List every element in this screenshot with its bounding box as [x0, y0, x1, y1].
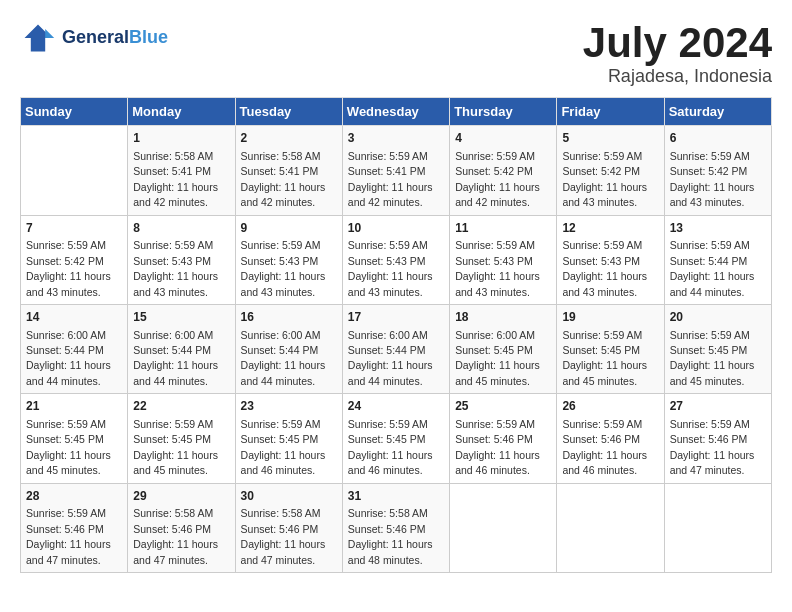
calendar-cell: 17Sunrise: 6:00 AM Sunset: 5:44 PM Dayli…	[342, 304, 449, 393]
day-number: 22	[133, 398, 229, 415]
calendar-cell: 8Sunrise: 5:59 AM Sunset: 5:43 PM Daylig…	[128, 215, 235, 304]
calendar-cell: 19Sunrise: 5:59 AM Sunset: 5:45 PM Dayli…	[557, 304, 664, 393]
day-info: Sunrise: 5:59 AM Sunset: 5:45 PM Dayligh…	[133, 418, 218, 476]
calendar-cell: 11Sunrise: 5:59 AM Sunset: 5:43 PM Dayli…	[450, 215, 557, 304]
day-number: 14	[26, 309, 122, 326]
day-header-thursday: Thursday	[450, 98, 557, 126]
day-info: Sunrise: 5:59 AM Sunset: 5:43 PM Dayligh…	[241, 239, 326, 297]
calendar-cell	[664, 483, 771, 572]
calendar-cell	[21, 126, 128, 215]
day-info: Sunrise: 5:58 AM Sunset: 5:46 PM Dayligh…	[241, 507, 326, 565]
day-info: Sunrise: 5:59 AM Sunset: 5:45 PM Dayligh…	[348, 418, 433, 476]
day-number: 2	[241, 130, 337, 147]
calendar-cell: 2Sunrise: 5:58 AM Sunset: 5:41 PM Daylig…	[235, 126, 342, 215]
location-title: Rajadesa, Indonesia	[583, 66, 772, 87]
day-info: Sunrise: 5:59 AM Sunset: 5:46 PM Dayligh…	[455, 418, 540, 476]
day-number: 28	[26, 488, 122, 505]
day-info: Sunrise: 5:59 AM Sunset: 5:42 PM Dayligh…	[26, 239, 111, 297]
day-number: 29	[133, 488, 229, 505]
calendar-cell: 18Sunrise: 6:00 AM Sunset: 5:45 PM Dayli…	[450, 304, 557, 393]
day-number: 20	[670, 309, 766, 326]
calendar-cell: 15Sunrise: 6:00 AM Sunset: 5:44 PM Dayli…	[128, 304, 235, 393]
calendar-cell: 29Sunrise: 5:58 AM Sunset: 5:46 PM Dayli…	[128, 483, 235, 572]
day-number: 25	[455, 398, 551, 415]
calendar-week-4: 21Sunrise: 5:59 AM Sunset: 5:45 PM Dayli…	[21, 394, 772, 483]
day-info: Sunrise: 6:00 AM Sunset: 5:44 PM Dayligh…	[26, 329, 111, 387]
calendar-header-row: SundayMondayTuesdayWednesdayThursdayFrid…	[21, 98, 772, 126]
day-number: 15	[133, 309, 229, 326]
header: GeneralBlue July 2024 Rajadesa, Indonesi…	[20, 20, 772, 87]
day-number: 17	[348, 309, 444, 326]
day-number: 11	[455, 220, 551, 237]
day-number: 5	[562, 130, 658, 147]
day-number: 7	[26, 220, 122, 237]
day-number: 10	[348, 220, 444, 237]
day-number: 6	[670, 130, 766, 147]
month-title: July 2024	[583, 20, 772, 66]
day-info: Sunrise: 5:59 AM Sunset: 5:46 PM Dayligh…	[562, 418, 647, 476]
calendar-cell: 20Sunrise: 5:59 AM Sunset: 5:45 PM Dayli…	[664, 304, 771, 393]
day-number: 18	[455, 309, 551, 326]
day-info: Sunrise: 5:59 AM Sunset: 5:43 PM Dayligh…	[348, 239, 433, 297]
day-info: Sunrise: 5:58 AM Sunset: 5:46 PM Dayligh…	[133, 507, 218, 565]
day-info: Sunrise: 5:58 AM Sunset: 5:41 PM Dayligh…	[241, 150, 326, 208]
day-info: Sunrise: 6:00 AM Sunset: 5:44 PM Dayligh…	[133, 329, 218, 387]
day-header-friday: Friday	[557, 98, 664, 126]
day-info: Sunrise: 5:59 AM Sunset: 5:42 PM Dayligh…	[455, 150, 540, 208]
calendar-week-2: 7Sunrise: 5:59 AM Sunset: 5:42 PM Daylig…	[21, 215, 772, 304]
calendar-cell: 7Sunrise: 5:59 AM Sunset: 5:42 PM Daylig…	[21, 215, 128, 304]
day-number: 31	[348, 488, 444, 505]
day-number: 19	[562, 309, 658, 326]
day-number: 16	[241, 309, 337, 326]
calendar-cell: 5Sunrise: 5:59 AM Sunset: 5:42 PM Daylig…	[557, 126, 664, 215]
day-info: Sunrise: 5:59 AM Sunset: 5:44 PM Dayligh…	[670, 239, 755, 297]
calendar-cell: 12Sunrise: 5:59 AM Sunset: 5:43 PM Dayli…	[557, 215, 664, 304]
day-number: 3	[348, 130, 444, 147]
calendar-cell: 3Sunrise: 5:59 AM Sunset: 5:41 PM Daylig…	[342, 126, 449, 215]
day-info: Sunrise: 5:59 AM Sunset: 5:43 PM Dayligh…	[562, 239, 647, 297]
calendar-cell: 6Sunrise: 5:59 AM Sunset: 5:42 PM Daylig…	[664, 126, 771, 215]
logo-text: GeneralBlue	[62, 28, 168, 48]
day-number: 21	[26, 398, 122, 415]
day-info: Sunrise: 5:59 AM Sunset: 5:43 PM Dayligh…	[133, 239, 218, 297]
day-number: 26	[562, 398, 658, 415]
day-number: 4	[455, 130, 551, 147]
calendar-cell: 26Sunrise: 5:59 AM Sunset: 5:46 PM Dayli…	[557, 394, 664, 483]
day-info: Sunrise: 5:59 AM Sunset: 5:43 PM Dayligh…	[455, 239, 540, 297]
calendar-table: SundayMondayTuesdayWednesdayThursdayFrid…	[20, 97, 772, 573]
day-info: Sunrise: 5:59 AM Sunset: 5:42 PM Dayligh…	[562, 150, 647, 208]
calendar-week-1: 1Sunrise: 5:58 AM Sunset: 5:41 PM Daylig…	[21, 126, 772, 215]
day-number: 12	[562, 220, 658, 237]
title-area: July 2024 Rajadesa, Indonesia	[583, 20, 772, 87]
day-number: 9	[241, 220, 337, 237]
day-number: 24	[348, 398, 444, 415]
day-info: Sunrise: 6:00 AM Sunset: 5:45 PM Dayligh…	[455, 329, 540, 387]
day-info: Sunrise: 5:59 AM Sunset: 5:41 PM Dayligh…	[348, 150, 433, 208]
calendar-cell: 28Sunrise: 5:59 AM Sunset: 5:46 PM Dayli…	[21, 483, 128, 572]
day-info: Sunrise: 6:00 AM Sunset: 5:44 PM Dayligh…	[348, 329, 433, 387]
calendar-cell: 14Sunrise: 6:00 AM Sunset: 5:44 PM Dayli…	[21, 304, 128, 393]
day-info: Sunrise: 5:59 AM Sunset: 5:45 PM Dayligh…	[241, 418, 326, 476]
day-number: 8	[133, 220, 229, 237]
calendar-cell: 1Sunrise: 5:58 AM Sunset: 5:41 PM Daylig…	[128, 126, 235, 215]
calendar-cell: 21Sunrise: 5:59 AM Sunset: 5:45 PM Dayli…	[21, 394, 128, 483]
calendar-cell: 4Sunrise: 5:59 AM Sunset: 5:42 PM Daylig…	[450, 126, 557, 215]
day-info: Sunrise: 5:59 AM Sunset: 5:45 PM Dayligh…	[670, 329, 755, 387]
day-info: Sunrise: 5:59 AM Sunset: 5:46 PM Dayligh…	[26, 507, 111, 565]
calendar-cell: 9Sunrise: 5:59 AM Sunset: 5:43 PM Daylig…	[235, 215, 342, 304]
logo: GeneralBlue	[20, 20, 168, 56]
day-header-wednesday: Wednesday	[342, 98, 449, 126]
calendar-cell: 23Sunrise: 5:59 AM Sunset: 5:45 PM Dayli…	[235, 394, 342, 483]
svg-marker-1	[45, 29, 54, 38]
day-info: Sunrise: 5:59 AM Sunset: 5:42 PM Dayligh…	[670, 150, 755, 208]
day-info: Sunrise: 5:58 AM Sunset: 5:46 PM Dayligh…	[348, 507, 433, 565]
day-number: 13	[670, 220, 766, 237]
calendar-cell	[450, 483, 557, 572]
day-info: Sunrise: 6:00 AM Sunset: 5:44 PM Dayligh…	[241, 329, 326, 387]
day-info: Sunrise: 5:59 AM Sunset: 5:46 PM Dayligh…	[670, 418, 755, 476]
calendar-cell	[557, 483, 664, 572]
calendar-cell: 27Sunrise: 5:59 AM Sunset: 5:46 PM Dayli…	[664, 394, 771, 483]
day-number: 30	[241, 488, 337, 505]
calendar-cell: 31Sunrise: 5:58 AM Sunset: 5:46 PM Dayli…	[342, 483, 449, 572]
logo-icon	[20, 20, 56, 56]
